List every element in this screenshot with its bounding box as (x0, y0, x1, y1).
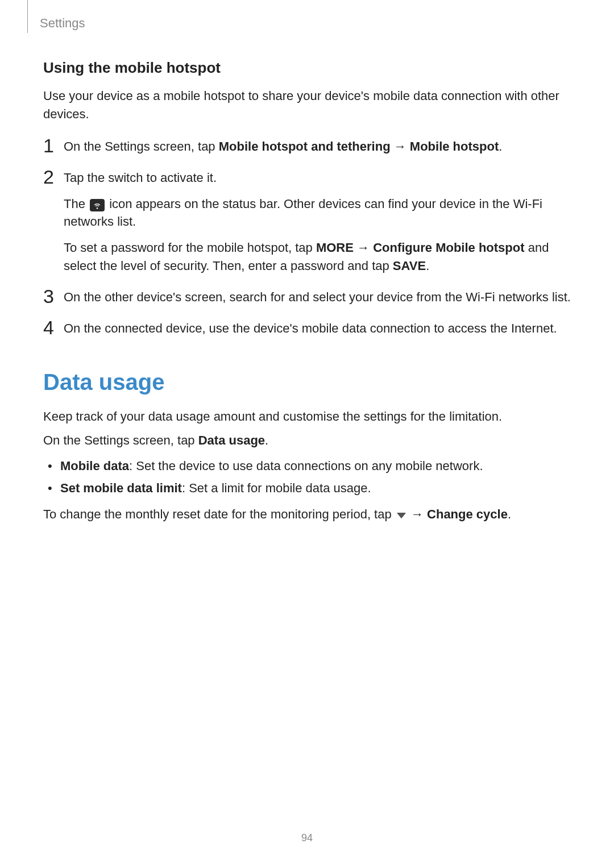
step-number: 3 (43, 286, 64, 306)
list-item: • Set mobile data limit: Set a limit for… (43, 479, 571, 497)
arrow: → (354, 240, 373, 255)
bold-text: MORE (316, 240, 354, 255)
intro-paragraph: Use your device as a mobile hotspot to s… (43, 87, 571, 123)
bold-text: Change cycle (427, 507, 508, 521)
step-3: 3 On the other device's screen, search f… (43, 286, 571, 306)
bullet-list: • Mobile data: Set the device to use dat… (43, 456, 571, 497)
paragraph: To change the monthly reset date for the… (43, 505, 571, 524)
hotspot-icon (90, 199, 105, 211)
step-body: On the Settings screen, tap Mobile hotsp… (64, 136, 571, 156)
text: : Set a limit for mobile data usage. (182, 481, 371, 495)
step-body: On the connected device, use the device'… (64, 318, 571, 338)
header-rule (27, 0, 28, 33)
paragraph: On the Settings screen, tap Data usage. (43, 431, 571, 450)
bold-text: Set mobile data limit (60, 481, 182, 495)
text: icon appears on the status bar. Other de… (64, 197, 542, 229)
bold-text: Mobile data (60, 459, 129, 473)
paragraph: Keep track of your data usage amount and… (43, 408, 571, 426)
svg-marker-0 (397, 513, 405, 518)
text: . (265, 433, 268, 447)
step-4: 4 On the connected device, use the devic… (43, 318, 571, 338)
bold-text: SAVE (393, 259, 426, 273)
page-content: Using the mobile hotspot Use your device… (43, 59, 571, 537)
text: On the connected device, use the device'… (64, 319, 571, 338)
text: . (508, 507, 511, 521)
bullet-dot: • (43, 479, 60, 497)
ordered-steps: 1 On the Settings screen, tap Mobile hot… (43, 136, 571, 338)
header-section-label: Settings (40, 16, 85, 31)
bullet-dot: • (43, 456, 60, 475)
text: To change the monthly reset date for the… (43, 507, 395, 521)
section-title: Data usage (43, 369, 571, 395)
bold-text: Mobile hotspot and tethering (219, 139, 391, 153)
dropdown-icon (396, 506, 406, 524)
bold-text: Data usage (198, 433, 265, 447)
step-body: Tap the switch to activate it. The icon … (64, 167, 571, 275)
text: . (499, 139, 502, 153)
bold-text: Configure Mobile hotspot (373, 240, 524, 255)
list-item: • Mobile data: Set the device to use dat… (43, 456, 571, 475)
step-1: 1 On the Settings screen, tap Mobile hot… (43, 136, 571, 156)
arrow: → (408, 507, 427, 521)
text: On the Settings screen, tap (43, 433, 198, 447)
subheading: Using the mobile hotspot (43, 59, 571, 77)
step-2: 2 Tap the switch to activate it. The ico… (43, 167, 571, 275)
text: . (426, 259, 429, 273)
arrow: → (391, 139, 410, 153)
text: To set a password for the mobile hotspot… (64, 240, 316, 255)
step-number: 4 (43, 318, 64, 338)
text: Tap the switch to activate it. (64, 169, 571, 187)
text: : Set the device to use data connections… (129, 459, 483, 473)
text: On the Settings screen, tap (64, 139, 219, 153)
bold-text: Mobile hotspot (410, 139, 499, 153)
page-number: 94 (0, 832, 614, 844)
step-number: 2 (43, 167, 64, 275)
text: The (64, 197, 89, 211)
text: On the other device's screen, search for… (64, 288, 571, 306)
step-body: On the other device's screen, search for… (64, 286, 571, 306)
step-number: 1 (43, 136, 64, 156)
